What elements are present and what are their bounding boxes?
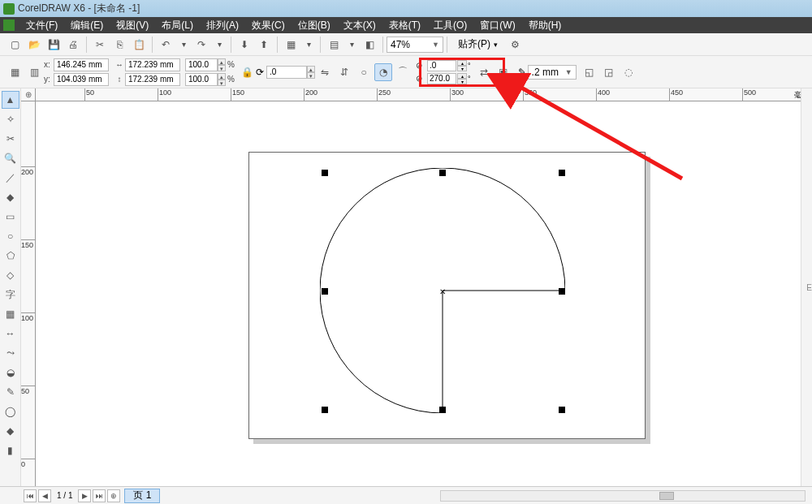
add-page-button[interactable]: ⊕: [107, 489, 120, 502]
cut-button[interactable]: ✂: [91, 36, 109, 54]
undo-button[interactable]: ↶: [157, 36, 175, 54]
rotation-spinner[interactable]: ▴▾: [307, 66, 315, 79]
menu-view[interactable]: 视图(V): [110, 19, 155, 32]
sel-handle-sw[interactable]: [322, 407, 328, 413]
options-button[interactable]: ⚙: [506, 36, 524, 54]
menu-tools[interactable]: 工具(O): [427, 19, 473, 32]
to-front-button[interactable]: ◱: [581, 63, 598, 81]
menu-edit[interactable]: 编辑(E): [64, 19, 110, 32]
outline-tool[interactable]: ◯: [2, 403, 19, 420]
start-angle-input[interactable]: .0: [427, 60, 456, 71]
sel-handle-w[interactable]: [322, 288, 328, 295]
print-button[interactable]: 🖨: [64, 36, 82, 54]
presets2-button[interactable]: ▥: [25, 63, 43, 81]
new-button[interactable]: ▢: [6, 36, 24, 54]
open-button[interactable]: 📂: [25, 36, 43, 54]
sel-handle-e[interactable]: [559, 288, 565, 295]
menu-file[interactable]: 文件(F): [19, 19, 64, 32]
dimension-tool[interactable]: ↔: [2, 325, 19, 342]
pick-tool[interactable]: ▲: [2, 91, 19, 109]
redo-button[interactable]: ↷: [192, 36, 210, 54]
height-input[interactable]: 172.239 mm: [125, 73, 180, 86]
start-angle-spinner[interactable]: ▴▾: [457, 60, 467, 71]
sel-handle-se[interactable]: [559, 407, 565, 413]
redo-dropdown[interactable]: ▾: [212, 37, 227, 52]
end-angle-input[interactable]: 270.0: [427, 73, 456, 84]
arc-button[interactable]: ⌒: [394, 63, 412, 81]
color-palette-strip[interactable]: E: [801, 88, 812, 486]
interactive-tool[interactable]: ◒: [2, 364, 19, 381]
rectangle-tool[interactable]: ▭: [2, 208, 19, 226]
connector-tool[interactable]: ⤳: [2, 344, 19, 362]
text-tool[interactable]: 字: [2, 286, 19, 304]
to-back-button[interactable]: ◲: [600, 63, 618, 81]
canvas[interactable]: ✕: [36, 101, 812, 486]
menu-layout[interactable]: 布局(L): [155, 19, 200, 32]
ellipse-tool[interactable]: ○: [2, 227, 19, 245]
mirror-h-button[interactable]: ⇋: [316, 63, 334, 81]
paste-button[interactable]: 📋: [130, 36, 148, 54]
eyedropper-tool[interactable]: ✎: [2, 383, 19, 401]
copy-button[interactable]: ⎘: [110, 36, 128, 54]
pie-button[interactable]: ◔: [374, 63, 392, 81]
export-button[interactable]: ⬆: [255, 36, 273, 54]
interactive-fill-tool[interactable]: ▮: [2, 442, 19, 459]
ellipse-button[interactable]: ○: [355, 63, 373, 81]
x-input[interactable]: 146.245 mm: [54, 58, 109, 71]
menu-effects[interactable]: 效果(C): [245, 19, 292, 32]
presets-button[interactable]: ▦: [6, 63, 24, 81]
ruler-origin[interactable]: ⊕: [21, 88, 36, 101]
end-angle-spinner[interactable]: ▴▾: [457, 73, 467, 84]
wrap-text-button[interactable]: ▣: [495, 63, 512, 81]
menu-help[interactable]: 帮助(H): [522, 19, 568, 32]
prev-page-button[interactable]: ◀: [38, 489, 51, 502]
horizontal-ruler[interactable]: 毫米 50100150200250300350400450500: [36, 88, 812, 101]
menu-text[interactable]: 文本(X): [337, 19, 382, 32]
mirror-v-button[interactable]: ⇵: [335, 63, 353, 81]
snap-button[interactable]: 贴齐(P) ▾: [451, 37, 505, 53]
polygon-tool[interactable]: ⬠: [2, 247, 19, 265]
next-page-button[interactable]: ▶: [78, 489, 91, 502]
save-button[interactable]: 💾: [45, 36, 63, 54]
welcome-button[interactable]: ◧: [361, 36, 378, 54]
menu-table[interactable]: 表格(T): [382, 19, 427, 32]
outline-width-select[interactable]: .2 mm ▼: [528, 65, 577, 80]
zoom-select[interactable]: 47% ▼: [387, 37, 443, 53]
app-launcher-dropdown[interactable]: ▾: [344, 37, 359, 52]
sel-handle-ne[interactable]: [559, 170, 565, 176]
table-tool[interactable]: ▦: [2, 305, 19, 323]
sel-handle-s[interactable]: [439, 407, 446, 413]
last-page-button[interactable]: ⏭: [93, 489, 106, 502]
shape-tool[interactable]: ✧: [2, 110, 19, 128]
width-input[interactable]: 172.239 mm: [125, 58, 180, 71]
undo-dropdown[interactable]: ▾: [176, 37, 191, 52]
first-page-button[interactable]: ⏮: [24, 489, 37, 502]
rotation-input[interactable]: .0: [266, 66, 307, 79]
page-tab[interactable]: 页 1: [124, 489, 160, 503]
scale-x-spinner[interactable]: ▴▾: [218, 58, 226, 71]
lock-ratio-icon[interactable]: 🔒: [240, 67, 253, 78]
crop-tool[interactable]: ✂: [2, 130, 19, 148]
menu-window[interactable]: 窗口(W): [473, 19, 521, 32]
y-input[interactable]: 104.039 mm: [54, 73, 109, 86]
freehand-tool[interactable]: ／: [2, 169, 19, 187]
menu-bitmaps[interactable]: 位图(B): [292, 19, 337, 32]
vertical-ruler[interactable]: 200150100500: [21, 101, 36, 486]
import-button[interactable]: ⬇: [235, 36, 253, 54]
fill-tool[interactable]: ◆: [2, 422, 19, 440]
convert-curves-button[interactable]: ◌: [620, 63, 637, 81]
horizontal-scrollbar[interactable]: [440, 490, 806, 502]
menu-arrange[interactable]: 排列(A): [200, 19, 245, 32]
scale-x-input[interactable]: 100.0: [185, 58, 218, 71]
publish-dropdown[interactable]: ▾: [301, 37, 316, 52]
sel-handle-n[interactable]: [439, 170, 446, 176]
scale-y-input[interactable]: 100.0: [185, 73, 218, 86]
publish-pdf-button[interactable]: ▦: [282, 36, 300, 54]
sel-handle-nw[interactable]: [322, 170, 328, 176]
scale-y-spinner[interactable]: ▴▾: [218, 73, 226, 86]
app-launcher-button[interactable]: ▤: [325, 36, 343, 54]
smart-fill-tool[interactable]: ◆: [2, 188, 19, 206]
scrollbar-thumb[interactable]: [659, 492, 674, 500]
basic-shapes-tool[interactable]: ◇: [2, 266, 19, 284]
zoom-tool[interactable]: 🔍: [2, 149, 19, 167]
